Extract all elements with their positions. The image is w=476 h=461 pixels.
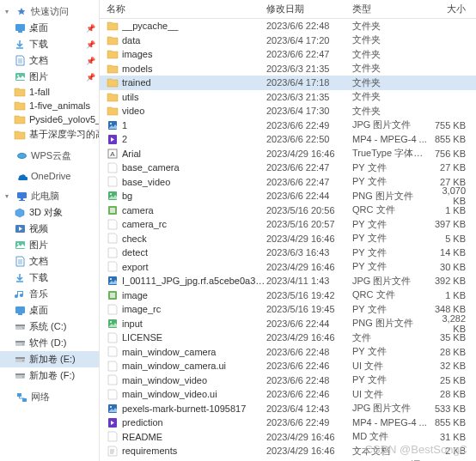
- pin-icon: 📌: [86, 73, 95, 82]
- col-size[interactable]: 大小: [430, 3, 476, 15]
- sidebar-item[interactable]: 下载: [0, 270, 99, 286]
- svg-rect-8: [19, 200, 25, 201]
- file-row[interactable]: README2023/4/29 16:46MD 文件31 KB: [100, 430, 476, 445]
- file-row[interactable]: LICENSE2023/4/29 16:46文件35 KB: [100, 331, 476, 345]
- file-row[interactable]: setup2023/4/29 16:46Configuration 源...2 …: [100, 458, 476, 462]
- file-row[interactable]: export2023/4/29 16:46PY 文件30 KB: [100, 260, 476, 275]
- file-row[interactable]: image2023/5/16 19:42QRC 文件1 KB: [100, 288, 476, 303]
- file-name: main_window_camera: [122, 347, 266, 357]
- py-icon: [107, 374, 119, 385]
- file-row[interactable]: base_video2023/6/6 22:47PY 文件27 KB: [100, 175, 476, 190]
- file-date: 2023/6/6 22:50: [266, 134, 352, 144]
- sidebar-item[interactable]: Pyside6_yolov5_12: [0, 112, 99, 126]
- file-row[interactable]: check2023/4/29 16:46PY 文件5 KB: [100, 232, 476, 246]
- sidebar-group-header[interactable]: ▾快速访问: [0, 3, 99, 20]
- file-row[interactable]: 12023/6/6 22:49JPG 图片文件755 KB: [100, 118, 476, 133]
- file-name: README: [122, 432, 266, 442]
- file-row[interactable]: utils2023/6/3 21:35文件夹: [100, 90, 476, 105]
- sidebar-item[interactable]: 1-fall: [0, 85, 99, 99]
- sidebar-nav[interactable]: ▾快速访问桌面📌下载📌文档📌图片📌1-fall1-five_animalsPys…: [0, 0, 100, 461]
- sidebar-item[interactable]: 新加卷 (F:): [0, 367, 99, 384]
- file-type: TrueType 字体文件: [352, 147, 430, 160]
- ui-icon: [107, 389, 119, 400]
- file-row[interactable]: bg2023/6/6 22:44PNG 图片文件3,070 KB: [100, 189, 476, 203]
- file-row[interactable]: AArial2023/4/29 16:46TrueType 字体文件756 KB: [100, 147, 476, 161]
- sidebar-item[interactable]: 3D 对象: [0, 204, 99, 221]
- file-name: 2: [122, 134, 266, 144]
- sidebar-item[interactable]: 系统 (C:): [0, 318, 99, 335]
- file-row[interactable]: main_window_video.ui2023/6/6 22:46UI 文件2…: [100, 387, 476, 402]
- file-name: I_00111_JPG_jpg.rf.a5cebe0a31d0bb...: [122, 276, 266, 286]
- file-date: 2023/6/6 22:47: [266, 49, 352, 59]
- file-row[interactable]: main_window_camera2023/6/6 22:48PY 文件28 …: [100, 345, 476, 360]
- mp4-icon: [107, 417, 119, 428]
- sidebar-group-label: 网络: [31, 391, 50, 403]
- file-row[interactable]: input2023/6/6 22:44PNG 图片文件3,282 KB: [100, 317, 476, 331]
- drive-icon: [14, 372, 26, 380]
- sidebar-item[interactable]: 桌面📌: [0, 20, 99, 36]
- col-date[interactable]: 修改日期: [266, 3, 352, 15]
- file-row[interactable]: camera2023/5/16 20:56QRC 文件1 KB: [100, 203, 476, 218]
- file-row[interactable]: image_rc2023/5/16 19:45PY 文件348 KB: [100, 302, 476, 317]
- sidebar-group-header[interactable]: OneDrive: [0, 169, 99, 183]
- file-date: 2023/4/29 16:46: [266, 332, 352, 343]
- file-row[interactable]: images2023/6/6 22:47文件夹: [100, 47, 476, 62]
- file-row[interactable]: base_camera2023/6/6 22:47PY 文件27 KB: [100, 161, 476, 175]
- file-row[interactable]: I_00111_JPG_jpg.rf.a5cebe0a31d0bb...2023…: [100, 274, 476, 288]
- file-name: utils: [122, 92, 266, 102]
- sidebar-item[interactable]: 1-five_animals: [0, 99, 99, 112]
- toggle-icon: ▾: [5, 192, 14, 200]
- toggle-icon: ▾: [5, 8, 14, 15]
- sidebar-item[interactable]: 图片📌: [0, 69, 99, 85]
- qrc-icon: [107, 290, 119, 300]
- file-name: main_window_video: [122, 375, 266, 385]
- sidebar-item[interactable]: 图片: [0, 237, 99, 253]
- file-row[interactable]: data2023/6/4 17:20文件夹: [100, 33, 476, 48]
- file-row[interactable]: models2023/6/3 21:35文件夹: [100, 62, 476, 76]
- sidebar-group-header[interactable]: WPS云盘: [0, 148, 99, 164]
- file-size: 2 KB: [430, 446, 476, 456]
- file-row[interactable]: video2023/6/4 17:30文件夹: [100, 104, 476, 118]
- sidebar-item[interactable]: 桌面: [0, 302, 99, 318]
- file-row[interactable]: prediction2023/6/6 22:49MP4 - MPEG-4 ...…: [100, 416, 476, 430]
- sidebar-item[interactable]: 视频: [0, 221, 99, 237]
- file-row[interactable]: camera_rc2023/5/16 20:57PY 文件397 KB: [100, 217, 476, 232]
- sidebar-item-label: 基于深度学习的高精: [29, 128, 99, 141]
- sidebar-item[interactable]: 基于深度学习的高精: [0, 126, 99, 143]
- file-row[interactable]: 22023/6/6 22:50MP4 - MPEG-4 ...855 KB: [100, 132, 476, 147]
- column-headers[interactable]: 名称 修改日期 类型 大小: [100, 0, 476, 19]
- sidebar-item[interactable]: 新加卷 (E:): [0, 351, 99, 367]
- file-row[interactable]: main_window_camera.ui2023/6/6 22:46UI 文件…: [100, 359, 476, 373]
- file-row[interactable]: __pycache__2023/6/6 22:48文件夹: [100, 19, 476, 33]
- svg-point-38: [110, 278, 112, 280]
- file-row[interactable]: trained2023/6/4 17:18文件夹: [100, 76, 476, 90]
- mp4-icon: [107, 134, 119, 145]
- file-row[interactable]: detect2023/6/3 16:43PY 文件14 KB: [100, 246, 476, 260]
- svg-rect-40: [110, 293, 115, 298]
- file-name: main_window_camera.ui: [122, 361, 266, 371]
- sidebar-group-header[interactable]: ▾此电脑: [0, 188, 99, 204]
- sidebar-item[interactable]: 软件 (D:): [0, 335, 99, 351]
- sidebar-item[interactable]: 音乐: [0, 286, 99, 302]
- col-type[interactable]: 类型: [352, 3, 430, 15]
- file-row[interactable]: main_window_video2023/6/6 22:48PY 文件25 K…: [100, 373, 476, 388]
- folder-icon: [107, 21, 119, 31]
- 3d-icon: [14, 208, 26, 218]
- file-row[interactable]: requirements2023/4/29 16:46文本文档2 KB: [100, 444, 476, 458]
- sidebar-item[interactable]: 文档📌: [0, 52, 99, 69]
- file-size: 14 KB: [430, 247, 476, 258]
- desktop-icon: [14, 306, 26, 316]
- file-date: 2023/6/3 16:43: [266, 247, 352, 258]
- svg-point-25: [22, 376, 24, 378]
- file-date: 2023/6/3 21:35: [266, 64, 352, 74]
- file-type: 文件夹: [352, 48, 430, 61]
- col-name[interactable]: 名称: [107, 3, 266, 15]
- sidebar-item[interactable]: 文档: [0, 253, 99, 270]
- file-row[interactable]: pexels-mark-burnett-10958172023/6/4 12:4…: [100, 402, 476, 416]
- file-name: camera_rc: [122, 219, 266, 229]
- sidebar-item-label: 软件 (D:): [29, 337, 66, 349]
- file-date: 2023/6/4 12:43: [266, 403, 352, 414]
- sidebar-item[interactable]: 下载📌: [0, 36, 99, 52]
- sidebar-group-header[interactable]: 网络: [0, 389, 99, 405]
- file-list[interactable]: __pycache__2023/6/6 22:48文件夹data2023/6/4…: [100, 19, 476, 461]
